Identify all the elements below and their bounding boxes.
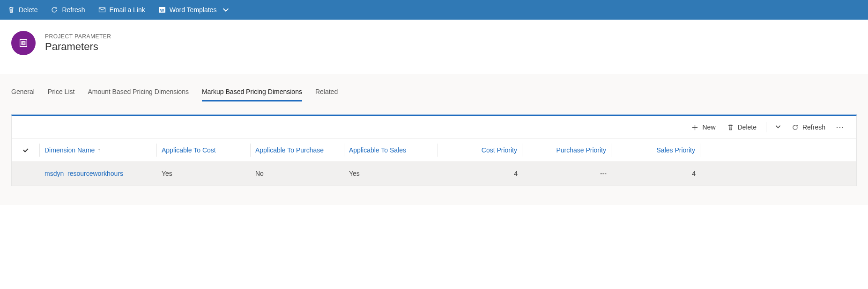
refresh-icon (792, 124, 799, 131)
plus-icon (691, 124, 698, 131)
chevron-down-icon (775, 123, 781, 130)
cell-purchase-priority: --- (522, 170, 611, 177)
tab-general[interactable]: General (11, 85, 35, 101)
entity-icon (11, 31, 36, 55)
col-label: Sales Priority (657, 146, 695, 154)
cell-applicable-to-cost: Yes (157, 170, 251, 177)
word-templates-label: Word Templates (170, 6, 217, 14)
grid-header-row: Dimension Name ↑ Applicable To Cost Appl… (12, 139, 856, 161)
col-purchase-priority[interactable]: Purchase Priority (522, 144, 611, 157)
delete-label: Delete (19, 6, 37, 14)
word-icon: W (158, 6, 166, 14)
grid-delete-button[interactable]: Delete (722, 121, 761, 134)
sort-ascending-icon: ↑ (97, 147, 100, 153)
cell-dimension-name[interactable]: msdyn_resourceworkhours (40, 170, 157, 177)
svg-text:W: W (160, 8, 164, 13)
parameter-icon (18, 38, 29, 48)
tab-bar: General Price List Amount Based Pricing … (11, 74, 857, 101)
grid-refresh-label: Refresh (802, 123, 825, 131)
cell-applicable-to-purchase: No (251, 170, 344, 177)
grid-toolbar: New Delete Refresh ⋯ (12, 116, 856, 138)
email-link-label: Email a Link (110, 6, 145, 14)
col-label: Applicable To Purchase (255, 146, 324, 154)
tab-price-list[interactable]: Price List (48, 85, 75, 101)
col-label: Applicable To Sales (349, 146, 406, 154)
grid-delete-label: Delete (738, 123, 757, 131)
grid-panel: New Delete Refresh ⋯ (11, 115, 857, 186)
refresh-icon (51, 6, 58, 14)
col-label: Dimension Name (45, 146, 95, 154)
new-label: New (702, 123, 715, 131)
more-actions-chevron[interactable] (771, 121, 785, 134)
refresh-button[interactable]: Refresh (51, 6, 85, 14)
col-dimension-name[interactable]: Dimension Name ↑ (40, 144, 157, 157)
chevron-down-icon (222, 6, 230, 14)
cell-applicable-to-sales: Yes (344, 170, 438, 177)
toolbar-separator (766, 122, 766, 132)
overflow-button[interactable]: ⋯ (832, 119, 849, 135)
table-row[interactable]: msdyn_resourceworkhours Yes No Yes 4 ---… (12, 161, 856, 186)
page-title: Parameters (45, 41, 111, 53)
select-all-column[interactable] (12, 144, 40, 157)
tab-related[interactable]: Related (315, 85, 338, 101)
col-applicable-to-cost[interactable]: Applicable To Cost (157, 144, 251, 157)
new-button[interactable]: New (687, 121, 720, 134)
svg-rect-3 (20, 40, 27, 47)
tab-amount-based[interactable]: Amount Based Pricing Dimensions (88, 85, 189, 101)
col-label: Applicable To Cost (162, 146, 216, 154)
cell-cost-priority: 4 (438, 170, 522, 177)
col-applicable-to-purchase[interactable]: Applicable To Purchase (251, 144, 344, 157)
command-bar: Delete Refresh Email a Link W Word Templ… (0, 0, 868, 20)
entity-subtitle: PROJECT PARAMETER (45, 33, 111, 40)
content-area: General Price List Amount Based Pricing … (0, 74, 868, 205)
cell-sales-priority: 4 (611, 170, 700, 177)
page-header: PROJECT PARAMETER Parameters (0, 20, 868, 74)
delete-icon (7, 6, 15, 14)
refresh-label: Refresh (62, 6, 85, 14)
delete-icon (727, 124, 734, 131)
tab-markup-based[interactable]: Markup Based Pricing Dimensions (202, 85, 302, 101)
col-label: Cost Priority (482, 146, 517, 154)
checkmark-icon (22, 146, 30, 154)
col-applicable-to-sales[interactable]: Applicable To Sales (344, 144, 438, 157)
col-sales-priority[interactable]: Sales Priority (611, 144, 700, 157)
email-link-button[interactable]: Email a Link (98, 6, 145, 14)
email-icon (98, 6, 106, 14)
data-grid: Dimension Name ↑ Applicable To Cost Appl… (12, 138, 856, 186)
col-label: Purchase Priority (556, 146, 606, 154)
delete-button[interactable]: Delete (7, 6, 37, 14)
grid-refresh-button[interactable]: Refresh (787, 121, 830, 134)
word-templates-button[interactable]: W Word Templates (158, 6, 230, 14)
col-cost-priority[interactable]: Cost Priority (438, 144, 522, 157)
